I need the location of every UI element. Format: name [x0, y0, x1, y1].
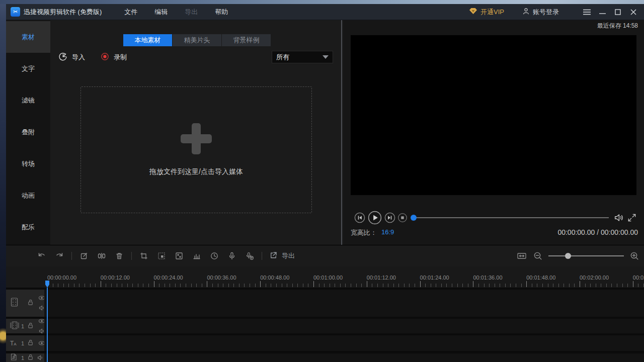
ruler-label: 00:00:48.00 [260, 275, 289, 281]
import-button[interactable]: 导入 [58, 51, 85, 63]
crop-icon[interactable] [138, 250, 149, 261]
timeline-zoom-slider[interactable] [548, 252, 624, 259]
stop-button[interactable] [398, 213, 408, 223]
video-track-lane[interactable] [44, 290, 644, 317]
fullscreen-icon[interactable] [627, 213, 637, 223]
duration-clock-icon[interactable] [209, 250, 220, 261]
delete-icon[interactable] [114, 250, 125, 261]
toolbar-separator [71, 252, 72, 260]
zoom-slider-track[interactable] [548, 255, 624, 256]
unlock-icon[interactable] [27, 299, 34, 308]
ruler-major-tick [473, 281, 473, 287]
account-person-icon [522, 8, 530, 17]
minimize-button[interactable] [597, 7, 608, 18]
menu-file[interactable]: 文件 [116, 4, 146, 20]
vip-label: 开通VIP [480, 8, 504, 17]
freeze-frame-icon[interactable] [156, 250, 167, 261]
media-filter-value: 所有 [276, 53, 289, 62]
record-icon [101, 52, 109, 62]
ruler-major-tick [420, 281, 421, 287]
video-preview[interactable] [351, 35, 636, 195]
play-button[interactable] [368, 211, 382, 225]
menu-edit[interactable]: 编辑 [146, 4, 176, 20]
vip-button[interactable]: 开通VIP [469, 8, 504, 17]
maximize-button[interactable] [612, 7, 623, 18]
seek-thumb[interactable] [411, 215, 417, 221]
media-dropzone[interactable]: 拖放文件到这里/点击导入媒体 [80, 86, 312, 213]
preview-status-row: 宽高比： 16:9 00:00:00.00 / 00:00:00.00 [343, 228, 644, 239]
titlebar-right: 开通VIP 账号登录 [469, 7, 644, 18]
split-clip-icon[interactable] [96, 250, 107, 261]
volume-icon[interactable] [613, 212, 624, 223]
record-button[interactable]: 录制 [101, 51, 127, 63]
tab-local-media[interactable]: 本地素材 [123, 34, 172, 46]
ruler-major-tick [154, 281, 154, 287]
edit-clip-icon[interactable] [78, 250, 90, 261]
toolbar-separator [262, 252, 262, 260]
audio-track-lane[interactable] [44, 353, 644, 362]
ruler-major-tick [580, 281, 580, 287]
ruler-label: 00:02:00.00 [580, 275, 609, 281]
sidebar-item-overlay[interactable]: 叠附 [6, 116, 50, 148]
ruler-label: 00:00:24.00 [154, 275, 183, 281]
sidebar-item-media[interactable]: 素材 [6, 21, 50, 53]
text-track-icon: TA [10, 340, 17, 347]
unlock-icon[interactable] [27, 339, 34, 348]
app-logo-icon: ✂ [11, 7, 20, 17]
track-number: 1 [21, 323, 24, 329]
ruler-label: 00:01:12.00 [367, 275, 396, 281]
mute-speaker-icon[interactable] [37, 353, 43, 362]
account-login-button[interactable]: 账号登录 [522, 8, 559, 17]
unlock-icon[interactable] [27, 322, 34, 331]
last-saved-status: 最近保存 14:58 [597, 22, 638, 30]
audio-levels-icon[interactable] [191, 250, 202, 261]
ruler-label: 00:01:36.00 [473, 275, 502, 281]
ruler-label: 00:02:12.00 [633, 275, 644, 281]
voice-to-text-icon[interactable] [244, 250, 255, 261]
close-button[interactable] [628, 7, 639, 18]
main-content: 素材 文字 滤镜 叠附 转场 动画 配乐 本地素材 精美片头 背景样例 导入 [6, 20, 644, 245]
preview-panel: 最近保存 14:58 [343, 20, 644, 245]
previous-frame-button[interactable] [354, 212, 365, 223]
plus-icon [181, 123, 212, 154]
ruler-major-tick [526, 281, 527, 287]
ruler-label: 00:01:00.00 [313, 275, 343, 281]
sidebar-item-text[interactable]: 文字 [6, 53, 50, 84]
tab-background-samples[interactable]: 背景样例 [222, 34, 271, 46]
ruler-major-tick [260, 281, 261, 287]
window-controls [581, 7, 639, 18]
zoom-in-icon[interactable] [629, 250, 640, 261]
media-filter-dropdown[interactable]: 所有 [272, 51, 333, 63]
ruler-major-tick [367, 281, 367, 287]
unlock-icon[interactable] [27, 353, 34, 362]
aspect-ratio-value[interactable]: 16:9 [381, 228, 394, 236]
media-library-panel: 本地素材 精美片头 背景样例 导入 录制 所有 [50, 20, 342, 245]
redo-icon[interactable] [54, 250, 65, 261]
timeline-ruler[interactable]: 00:00:00.00 00:00:12.00 00:00:24.00 00:0… [6, 274, 644, 288]
sidebar-item-music[interactable]: 配乐 [6, 211, 50, 243]
tab-intro-templates[interactable]: 精美片头 [173, 34, 221, 46]
timeline-tracks: 1 [6, 288, 644, 362]
undo-icon[interactable] [36, 250, 47, 261]
overlay-track-lane[interactable] [44, 319, 644, 333]
sidebar-item-animation[interactable]: 动画 [6, 179, 50, 211]
ruler-major-tick [313, 281, 314, 287]
timeline-export-button[interactable]: 导出 [269, 250, 295, 261]
ruler-major-tick [207, 281, 207, 287]
text-track-lane[interactable] [44, 335, 644, 351]
menu-help[interactable]: 帮助 [206, 4, 236, 20]
sidebar-item-filter[interactable]: 滤镜 [6, 84, 50, 116]
microphone-icon[interactable] [226, 250, 237, 261]
category-sidebar: 素材 文字 滤镜 叠附 转场 动画 配乐 [6, 20, 50, 245]
track-row-audio: 1 [6, 353, 644, 362]
mosaic-icon[interactable] [174, 250, 185, 261]
zoom-out-icon[interactable] [532, 250, 543, 261]
next-frame-button[interactable] [384, 212, 395, 223]
hamburger-menu-icon[interactable] [581, 7, 592, 18]
sidebar-item-transition[interactable]: 转场 [6, 148, 50, 179]
zoom-slider-thumb[interactable] [565, 253, 571, 259]
ruler-label: 00:01:24.00 [420, 275, 449, 281]
video-track-icon [10, 298, 19, 309]
seek-bar[interactable] [414, 217, 609, 218]
fit-timeline-icon[interactable] [516, 250, 527, 261]
